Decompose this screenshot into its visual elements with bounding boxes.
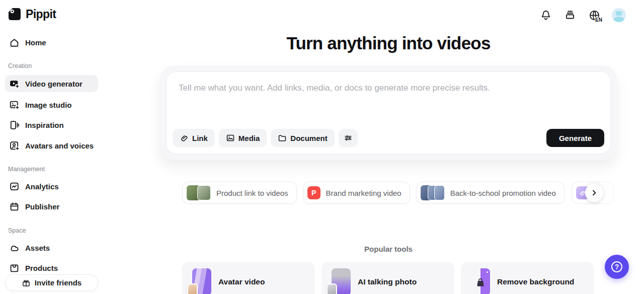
prompt-attachment-buttons: Link Media Document — [173, 129, 358, 147]
chip-product-link-to-videos[interactable]: Product link to videos — [182, 182, 297, 204]
chip-label: Back-to-school promotion video — [450, 189, 556, 197]
sidebar-item-avatars-and-voices[interactable]: Avatars and voices — [5, 136, 98, 155]
brand-logo[interactable]: Pippit — [7, 7, 56, 22]
language-code: EN — [595, 17, 603, 23]
sidebar-item-label: Avatars and voices — [25, 141, 94, 150]
image-studio-icon — [9, 100, 20, 110]
card-label: Avatar video — [218, 277, 265, 286]
popular-tools-cards: Avatar video AI talking photo Remove bac… — [182, 262, 594, 294]
document-label: Document — [290, 134, 327, 142]
page-title: Turn anything into videos — [160, 33, 617, 53]
sliders-icon — [344, 133, 353, 142]
avatar-video-thumbnail — [192, 268, 211, 294]
sidebar-item-label: Video generator — [25, 80, 83, 88]
carousel-next-button[interactable] — [585, 184, 603, 202]
prompt-inner-card: Link Media Document Generate — [166, 71, 611, 154]
publisher-icon — [9, 201, 20, 212]
analytics-icon — [9, 181, 20, 192]
sidebar-item-home[interactable]: Home — [5, 33, 98, 51]
sidebar-item-image-studio[interactable]: Image studio — [5, 96, 98, 114]
card-label: AI talking photo — [358, 277, 417, 286]
document-button[interactable]: Document — [271, 129, 334, 147]
suggestion-chips: Product link to videos P Brand marketing… — [182, 182, 565, 204]
product-thumbnails — [187, 185, 211, 200]
remove-background-thumbnail — [471, 268, 490, 294]
invite-friends-label: Invite friends — [35, 278, 82, 287]
chip-label: Brand marketing video — [326, 189, 401, 197]
back-to-school-thumbnails — [421, 185, 445, 200]
section-label-space: Space — [8, 227, 26, 234]
section-label-creation: Creation — [8, 62, 32, 69]
sidebar-item-label: Publisher — [25, 202, 59, 211]
help-button[interactable]: ? — [605, 255, 629, 279]
sidebar-item-label: Home — [25, 38, 46, 47]
sidebar-item-label: Assets — [25, 244, 50, 252]
sidebar-item-label: Products — [25, 264, 58, 272]
brand-p-badge: P — [307, 186, 320, 199]
pippit-logo-icon — [7, 7, 22, 22]
sidebar-item-label: Analytics — [25, 182, 59, 191]
assets-icon — [9, 243, 20, 253]
workspace-stack-icon[interactable] — [564, 9, 577, 22]
link-button[interactable]: Link — [173, 129, 215, 147]
link-icon — [180, 133, 189, 142]
link-label: Link — [192, 134, 208, 142]
media-icon — [226, 133, 235, 142]
inspiration-icon — [9, 120, 20, 130]
avatars-icon — [9, 140, 20, 151]
gift-icon — [22, 278, 31, 287]
sidebar-item-analytics[interactable]: Analytics — [5, 177, 98, 195]
sidebar-item-video-generator[interactable]: Video generator — [5, 75, 98, 92]
chip-brand-marketing-video[interactable]: P Brand marketing video — [303, 182, 410, 204]
sidebar-item-publisher[interactable]: Publisher — [5, 197, 98, 215]
chevron-right-icon — [590, 189, 598, 197]
chip-label: Product link to videos — [216, 189, 288, 197]
prompt-input[interactable] — [173, 79, 605, 119]
card-label: Remove background — [497, 277, 574, 286]
sidebar-item-assets[interactable]: Assets — [5, 239, 98, 257]
sidebar-item-label: Image studio — [25, 101, 72, 109]
invite-friends-button[interactable]: Invite friends — [5, 274, 98, 291]
sidebar-item-inspiration[interactable]: Inspiration — [5, 116, 98, 134]
user-avatar[interactable] — [612, 8, 626, 22]
sidebar-item-label: Inspiration — [25, 121, 64, 129]
language-globe-icon[interactable]: EN — [588, 9, 601, 22]
topbar-actions: EN — [539, 8, 626, 22]
question-mark-icon: ? — [611, 261, 622, 272]
home-icon — [9, 37, 20, 48]
media-button[interactable]: Media — [219, 129, 267, 147]
ai-talking-photo-thumbnail — [332, 268, 351, 294]
card-avatar-video[interactable]: Avatar video — [182, 262, 315, 294]
card-remove-background[interactable]: Remove background — [461, 262, 594, 294]
products-icon — [9, 263, 20, 273]
brand-name: Pippit — [26, 8, 56, 21]
media-label: Media — [238, 134, 260, 142]
chip-back-to-school-promotion-video[interactable]: Back-to-school promotion video — [416, 182, 565, 204]
popular-tools-title: Popular tools — [160, 245, 617, 253]
document-icon — [278, 133, 287, 142]
notification-bell-icon[interactable] — [539, 9, 552, 22]
section-label-management: Management — [8, 166, 45, 173]
settings-sliders-button[interactable] — [339, 129, 358, 147]
handbag-glyph — [474, 276, 487, 288]
card-ai-talking-photo[interactable]: AI talking photo — [321, 262, 454, 294]
video-generator-icon — [9, 79, 20, 89]
generate-button[interactable]: Generate — [546, 129, 604, 147]
